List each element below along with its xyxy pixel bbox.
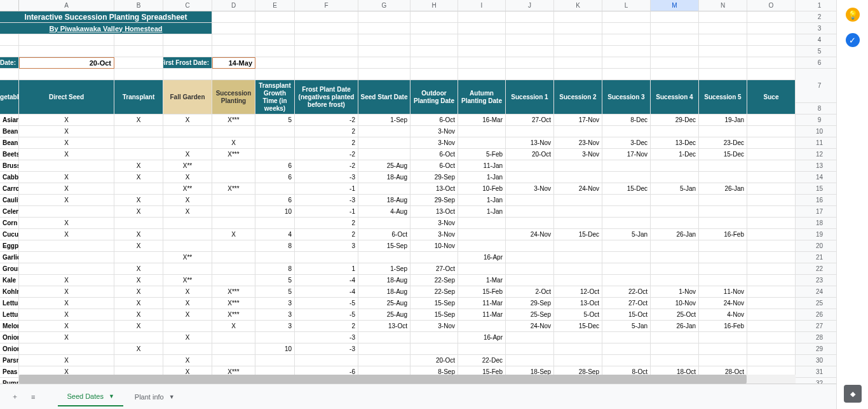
tp-28[interactable]: X: [114, 343, 163, 355]
s4-9[interactable]: [651, 126, 699, 137]
s1-22[interactable]: [506, 275, 554, 286]
tp-25[interactable]: X: [114, 309, 163, 321]
fg-27[interactable]: X: [163, 332, 212, 343]
s4-23[interactable]: 1-Nov: [651, 286, 699, 298]
cell-5-10[interactable]: [458, 57, 506, 69]
veg-19[interactable]: Eggplant: [0, 240, 19, 252]
cell-2-15[interactable]: [699, 23, 747, 34]
cell-4-5[interactable]: [212, 46, 255, 57]
row-header-1[interactable]: 1: [796, 0, 836, 11]
s1-14[interactable]: 3-Nov: [506, 183, 554, 195]
s2-15[interactable]: [554, 195, 602, 206]
cell-5-14[interactable]: [651, 57, 699, 69]
explore-button[interactable]: ◆: [844, 385, 862, 403]
fp-13[interactable]: -3: [295, 172, 358, 183]
ap-24[interactable]: 11-Mar: [458, 298, 506, 309]
s2-24[interactable]: 13-Oct: [554, 298, 602, 309]
ss-29[interactable]: [358, 355, 410, 366]
cell-6-11[interactable]: [506, 69, 554, 80]
veg-15[interactable]: Cauliflower: [0, 195, 19, 206]
row-header-7[interactable]: 7: [796, 69, 836, 103]
gt-13[interactable]: 6: [255, 172, 295, 183]
sp-24[interactable]: X***: [212, 298, 255, 309]
header-s3[interactable]: Sucession 3: [602, 80, 651, 114]
s3-13[interactable]: [602, 172, 651, 183]
row-header-15[interactable]: 15: [796, 183, 836, 195]
veg-9[interactable]: Beans: Runner Beans: [0, 126, 19, 137]
s6-27[interactable]: [747, 332, 796, 343]
ap-14[interactable]: 10-Feb: [458, 183, 506, 195]
add-sheet-button[interactable]: ＋: [6, 388, 24, 405]
fp-21[interactable]: 1: [295, 263, 358, 275]
s4-17[interactable]: [651, 218, 699, 229]
sp-18[interactable]: X: [212, 229, 255, 240]
ds-26[interactable]: X: [19, 321, 114, 332]
cell-3-2[interactable]: [19, 34, 114, 46]
ds-19[interactable]: [19, 240, 114, 252]
s3-21[interactable]: [602, 263, 651, 275]
fp-28[interactable]: -3: [295, 343, 358, 355]
cell-6-9[interactable]: [410, 69, 458, 80]
column-header-A[interactable]: A: [19, 0, 114, 11]
veg-13[interactable]: Cabbage: [0, 172, 19, 183]
s1-11[interactable]: 20-Oct: [506, 149, 554, 160]
s6-11[interactable]: [747, 149, 796, 160]
header-seedstart[interactable]: Seed Start Date: [358, 80, 410, 114]
cell-2-7[interactable]: [295, 23, 358, 34]
cell-4-6[interactable]: [255, 46, 295, 57]
s5-25[interactable]: 4-Nov: [699, 309, 747, 321]
veg-28[interactable]: Onion (Seed): [0, 343, 19, 355]
sp-21[interactable]: [212, 263, 255, 275]
cell-2-8[interactable]: [358, 23, 410, 34]
veg-29[interactable]: Parsnips: [0, 355, 19, 366]
ap-10[interactable]: [458, 137, 506, 149]
cell-4-1[interactable]: [0, 46, 19, 57]
row-header-10[interactable]: 10: [796, 126, 836, 137]
cell-3-12[interactable]: [554, 34, 602, 46]
s5-27[interactable]: [699, 332, 747, 343]
ds-25[interactable]: X: [19, 309, 114, 321]
s6-9[interactable]: [747, 126, 796, 137]
veg-30[interactable]: Peas: [0, 366, 19, 378]
cell-1-12[interactable]: [554, 11, 602, 23]
veg-22[interactable]: Kale: [0, 275, 19, 286]
s3-15[interactable]: [602, 195, 651, 206]
cell-6-6[interactable]: [255, 69, 295, 80]
row-header-3[interactable]: 3: [796, 23, 836, 34]
op-26[interactable]: 3-Nov: [410, 321, 458, 332]
s6-12[interactable]: [747, 160, 796, 172]
s5-15[interactable]: [699, 195, 747, 206]
s4-22[interactable]: [651, 275, 699, 286]
header-s1[interactable]: Sucession 1: [506, 80, 554, 114]
gt-16[interactable]: 10: [255, 206, 295, 218]
s2-29[interactable]: [554, 355, 602, 366]
s5-26[interactable]: 16-Feb: [699, 321, 747, 332]
cell-3-15[interactable]: [699, 34, 747, 46]
cell-4-7[interactable]: [295, 46, 358, 57]
ss-23[interactable]: 18-Aug: [358, 286, 410, 298]
row-header-29[interactable]: 29: [796, 343, 836, 355]
veg-12[interactable]: Brussel Sprouts: [0, 160, 19, 172]
cell-6-14[interactable]: [651, 69, 699, 80]
sp-8[interactable]: X***: [212, 114, 255, 126]
row-header-26[interactable]: 26: [796, 309, 836, 321]
subtitle-cell[interactable]: By Piwakawaka Valley Homestead: [0, 23, 212, 34]
s3-26[interactable]: 5-Jan: [602, 321, 651, 332]
op-27[interactable]: [410, 332, 458, 343]
fg-12[interactable]: X**: [163, 160, 212, 172]
row-header-24[interactable]: 24: [796, 286, 836, 298]
s3-14[interactable]: 15-Dec: [602, 183, 651, 195]
row-header-23[interactable]: 23: [796, 275, 836, 286]
fp-24[interactable]: -5: [295, 298, 358, 309]
ap-9[interactable]: [458, 126, 506, 137]
cell-2-6[interactable]: [255, 23, 295, 34]
s3-16[interactable]: [602, 206, 651, 218]
fg-20[interactable]: X**: [163, 252, 212, 263]
cell-4-8[interactable]: [358, 46, 410, 57]
cell-4-9[interactable]: [410, 46, 458, 57]
s1-17[interactable]: [506, 218, 554, 229]
cell-3-13[interactable]: [602, 34, 651, 46]
row-header-21[interactable]: 21: [796, 252, 836, 263]
s3-27[interactable]: [602, 332, 651, 343]
cell-5-7[interactable]: [295, 57, 358, 69]
